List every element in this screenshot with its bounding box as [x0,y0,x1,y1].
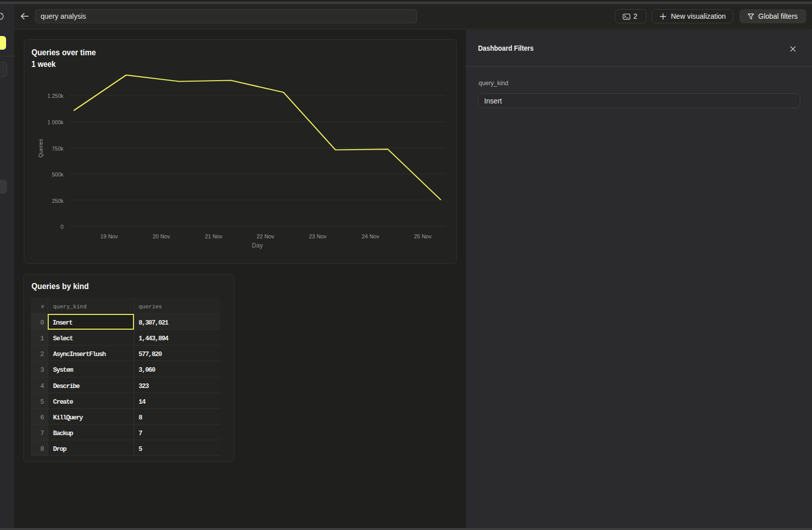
svg-text:22 Nov: 22 Nov [257,233,275,239]
svg-text:25 Nov: 25 Nov [414,233,432,239]
svg-text:500k: 500k [52,171,64,178]
svg-text:0: 0 [60,224,63,230]
svg-text:20 Nov: 20 Nov [153,233,171,239]
svg-text:750k: 750k [52,146,64,152]
svg-text:24 Nov: 24 Nov [362,233,380,239]
svg-text:19 Nov: 19 Nov [100,233,118,239]
svg-text:1 250k: 1 250k [47,93,63,99]
svg-text:250k: 250k [52,198,64,204]
svg-text:23 Nov: 23 Nov [309,233,327,239]
svg-text:21 Nov: 21 Nov [205,233,223,239]
svg-text:1 week: 1 week [31,59,56,68]
svg-text:1 000k: 1 000k [47,119,63,125]
svg-text:Queries: Queries [38,139,44,158]
svg-text:Queries over time: Queries over time [31,48,96,57]
svg-text:Day: Day [252,242,262,249]
